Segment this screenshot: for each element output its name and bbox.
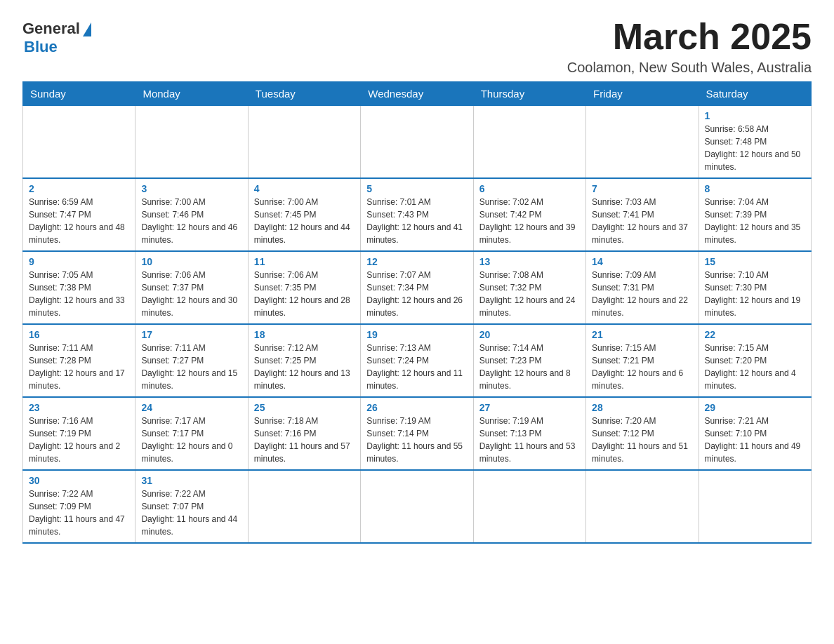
day-number: 14 xyxy=(592,256,692,267)
day-info: Sunrise: 7:15 AMSunset: 7:20 PMDaylight:… xyxy=(705,342,805,392)
day-info: Sunrise: 7:19 AMSunset: 7:13 PMDaylight:… xyxy=(479,415,580,465)
calendar-cell: 24Sunrise: 7:17 AMSunset: 7:17 PMDayligh… xyxy=(135,397,248,470)
calendar-cell: 14Sunrise: 7:09 AMSunset: 7:31 PMDayligh… xyxy=(586,251,699,324)
title-block: March 2025 Coolamon, New South Wales, Au… xyxy=(567,17,812,76)
day-info: Sunrise: 7:03 AMSunset: 7:41 PMDaylight:… xyxy=(592,196,692,246)
calendar-cell: 2Sunrise: 6:59 AMSunset: 7:47 PMDaylight… xyxy=(23,178,135,251)
day-number: 31 xyxy=(141,475,241,486)
calendar-header-row: SundayMondayTuesdayWednesdayThursdayFrid… xyxy=(23,82,812,106)
calendar-table: SundayMondayTuesdayWednesdayThursdayFrid… xyxy=(22,81,812,544)
day-info: Sunrise: 7:12 AMSunset: 7:25 PMDaylight:… xyxy=(254,342,355,392)
day-info: Sunrise: 7:14 AMSunset: 7:23 PMDaylight:… xyxy=(479,342,580,392)
calendar-cell xyxy=(248,106,360,179)
day-number: 24 xyxy=(141,402,241,413)
day-info: Sunrise: 7:16 AMSunset: 7:19 PMDaylight:… xyxy=(29,415,129,465)
day-info: Sunrise: 7:15 AMSunset: 7:21 PMDaylight:… xyxy=(592,342,692,392)
calendar-cell xyxy=(473,470,585,543)
day-number: 1 xyxy=(705,110,805,121)
calendar-cell: 9Sunrise: 7:05 AMSunset: 7:38 PMDaylight… xyxy=(23,251,135,324)
calendar-cell: 23Sunrise: 7:16 AMSunset: 7:19 PMDayligh… xyxy=(23,397,135,470)
calendar-cell: 28Sunrise: 7:20 AMSunset: 7:12 PMDayligh… xyxy=(586,397,699,470)
day-info: Sunrise: 7:11 AMSunset: 7:28 PMDaylight:… xyxy=(29,342,129,392)
month-title: March 2025 xyxy=(567,17,812,57)
day-info: Sunrise: 7:13 AMSunset: 7:24 PMDaylight:… xyxy=(366,342,467,392)
day-number: 12 xyxy=(366,256,467,267)
day-number: 20 xyxy=(479,329,580,340)
calendar-cell: 15Sunrise: 7:10 AMSunset: 7:30 PMDayligh… xyxy=(699,251,811,324)
day-info: Sunrise: 6:59 AMSunset: 7:47 PMDaylight:… xyxy=(29,196,129,246)
day-number: 13 xyxy=(479,256,580,267)
calendar-cell: 7Sunrise: 7:03 AMSunset: 7:41 PMDaylight… xyxy=(586,178,699,251)
calendar-cell: 19Sunrise: 7:13 AMSunset: 7:24 PMDayligh… xyxy=(361,324,473,397)
day-number: 9 xyxy=(29,256,129,267)
calendar-cell: 27Sunrise: 7:19 AMSunset: 7:13 PMDayligh… xyxy=(473,397,585,470)
day-number: 5 xyxy=(366,183,467,194)
logo: General Blue xyxy=(22,17,91,56)
day-info: Sunrise: 7:10 AMSunset: 7:30 PMDaylight:… xyxy=(705,269,805,319)
calendar-cell: 12Sunrise: 7:07 AMSunset: 7:34 PMDayligh… xyxy=(361,251,473,324)
calendar-cell xyxy=(361,106,473,179)
page-header: General Blue March 2025 Coolamon, New So… xyxy=(22,17,812,76)
calendar-header-thursday: Thursday xyxy=(473,82,585,106)
calendar-cell: 10Sunrise: 7:06 AMSunset: 7:37 PMDayligh… xyxy=(135,251,248,324)
day-info: Sunrise: 7:22 AMSunset: 7:09 PMDaylight:… xyxy=(29,488,129,538)
calendar-cell: 25Sunrise: 7:18 AMSunset: 7:16 PMDayligh… xyxy=(248,397,360,470)
calendar-cell xyxy=(586,470,699,543)
calendar-week-row: 23Sunrise: 7:16 AMSunset: 7:19 PMDayligh… xyxy=(23,397,812,470)
day-info: Sunrise: 7:21 AMSunset: 7:10 PMDaylight:… xyxy=(705,415,805,465)
calendar-week-row: 16Sunrise: 7:11 AMSunset: 7:28 PMDayligh… xyxy=(23,324,812,397)
day-info: Sunrise: 7:01 AMSunset: 7:43 PMDaylight:… xyxy=(366,196,467,246)
day-number: 15 xyxy=(705,256,805,267)
calendar-cell: 4Sunrise: 7:00 AMSunset: 7:45 PMDaylight… xyxy=(248,178,360,251)
day-number: 22 xyxy=(705,329,805,340)
day-info: Sunrise: 7:02 AMSunset: 7:42 PMDaylight:… xyxy=(479,196,580,246)
logo-blue-text: Blue xyxy=(24,38,58,56)
calendar-cell xyxy=(135,106,248,179)
calendar-cell xyxy=(473,106,585,179)
day-info: Sunrise: 7:06 AMSunset: 7:37 PMDaylight:… xyxy=(141,269,241,319)
calendar-cell xyxy=(361,470,473,543)
day-number: 3 xyxy=(141,183,241,194)
day-info: Sunrise: 7:19 AMSunset: 7:14 PMDaylight:… xyxy=(366,415,467,465)
day-info: Sunrise: 7:17 AMSunset: 7:17 PMDaylight:… xyxy=(141,415,241,465)
day-info: Sunrise: 7:22 AMSunset: 7:07 PMDaylight:… xyxy=(141,488,241,538)
day-info: Sunrise: 7:08 AMSunset: 7:32 PMDaylight:… xyxy=(479,269,580,319)
day-number: 30 xyxy=(29,475,129,486)
day-number: 8 xyxy=(705,183,805,194)
calendar-cell: 3Sunrise: 7:00 AMSunset: 7:46 PMDaylight… xyxy=(135,178,248,251)
day-number: 25 xyxy=(254,402,355,413)
day-number: 10 xyxy=(141,256,241,267)
day-number: 26 xyxy=(366,402,467,413)
day-number: 23 xyxy=(29,402,129,413)
calendar-cell: 6Sunrise: 7:02 AMSunset: 7:42 PMDaylight… xyxy=(473,178,585,251)
day-info: Sunrise: 7:09 AMSunset: 7:31 PMDaylight:… xyxy=(592,269,692,319)
calendar-cell xyxy=(699,470,811,543)
day-info: Sunrise: 6:58 AMSunset: 7:48 PMDaylight:… xyxy=(705,123,805,173)
calendar-week-row: 1Sunrise: 6:58 AMSunset: 7:48 PMDaylight… xyxy=(23,106,812,179)
calendar-header-friday: Friday xyxy=(586,82,699,106)
calendar-cell xyxy=(248,470,360,543)
day-number: 4 xyxy=(254,183,355,194)
day-number: 29 xyxy=(705,402,805,413)
calendar-cell: 26Sunrise: 7:19 AMSunset: 7:14 PMDayligh… xyxy=(361,397,473,470)
calendar-cell xyxy=(23,106,135,179)
day-info: Sunrise: 7:07 AMSunset: 7:34 PMDaylight:… xyxy=(366,269,467,319)
logo-general-text: General xyxy=(22,20,80,38)
calendar-week-row: 9Sunrise: 7:05 AMSunset: 7:38 PMDaylight… xyxy=(23,251,812,324)
day-info: Sunrise: 7:05 AMSunset: 7:38 PMDaylight:… xyxy=(29,269,129,319)
day-number: 19 xyxy=(366,329,467,340)
day-number: 18 xyxy=(254,329,355,340)
calendar-cell xyxy=(586,106,699,179)
day-info: Sunrise: 7:20 AMSunset: 7:12 PMDaylight:… xyxy=(592,415,692,465)
calendar-cell: 22Sunrise: 7:15 AMSunset: 7:20 PMDayligh… xyxy=(699,324,811,397)
calendar-cell: 16Sunrise: 7:11 AMSunset: 7:28 PMDayligh… xyxy=(23,324,135,397)
day-number: 2 xyxy=(29,183,129,194)
day-info: Sunrise: 7:00 AMSunset: 7:45 PMDaylight:… xyxy=(254,196,355,246)
calendar-week-row: 2Sunrise: 6:59 AMSunset: 7:47 PMDaylight… xyxy=(23,178,812,251)
calendar-header-sunday: Sunday xyxy=(23,82,135,106)
day-info: Sunrise: 7:18 AMSunset: 7:16 PMDaylight:… xyxy=(254,415,355,465)
day-number: 7 xyxy=(592,183,692,194)
day-number: 6 xyxy=(479,183,580,194)
day-info: Sunrise: 7:06 AMSunset: 7:35 PMDaylight:… xyxy=(254,269,355,319)
calendar-cell: 18Sunrise: 7:12 AMSunset: 7:25 PMDayligh… xyxy=(248,324,360,397)
